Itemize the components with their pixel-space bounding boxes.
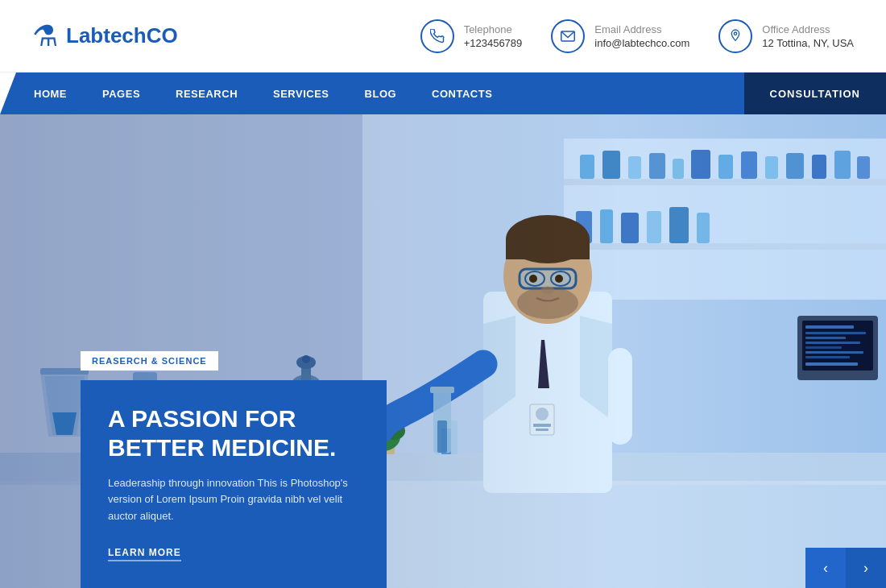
nav-item-services[interactable]: SERVICES <box>255 72 347 114</box>
site-header: ⚗ LabtechCO Telephone +123456789 <box>0 0 886 72</box>
hero-content-box: REASERCH & SCIENCE A PASSION FOR BETTER … <box>81 380 387 588</box>
main-nav: HOME PAGES RESEARCH SERVICES BLOG CONTAC… <box>0 72 886 114</box>
address-label: Office Address <box>762 23 854 35</box>
logo-text-black: Labtech <box>66 23 147 48</box>
contact-phone-text: Telephone +123456789 <box>464 23 523 49</box>
phone-value: +123456789 <box>464 37 523 49</box>
nav-item-contacts[interactable]: CONTACTS <box>414 72 510 114</box>
nav-item-research[interactable]: RESEARCH <box>158 72 255 114</box>
contact-address: Office Address 12 Tottina, NY, USA <box>718 19 854 53</box>
contact-email-text: Email Address info@labtechco.com <box>594 23 689 49</box>
contact-phone: Telephone +123456789 <box>420 19 523 53</box>
consultation-button[interactable]: CONSULTATION <box>744 72 886 114</box>
logo-text: LabtechCO <box>66 23 178 48</box>
slider-navigation: ‹ › <box>805 548 886 588</box>
slider-prev-button[interactable]: ‹ <box>805 548 846 588</box>
svg-point-1 <box>735 32 737 35</box>
slider-next-button[interactable]: › <box>846 548 886 588</box>
email-value: info@labtechco.com <box>594 37 689 49</box>
nav-item-home[interactable]: HOME <box>16 72 85 114</box>
logo-icon: ⚗ <box>32 19 58 53</box>
nav-triangle <box>0 72 16 114</box>
logo[interactable]: ⚗ LabtechCO <box>32 19 178 53</box>
location-icon <box>718 19 752 53</box>
email-icon <box>551 19 585 53</box>
nav-item-blog[interactable]: BLOG <box>347 72 415 114</box>
contact-address-text: Office Address 12 Tottina, NY, USA <box>762 23 854 49</box>
contact-email: Email Address info@labtechco.com <box>551 19 689 53</box>
hero-description: Leaderaship through innovation This is P… <box>108 475 359 525</box>
address-value: 12 Tottina, NY, USA <box>762 37 854 49</box>
nav-item-pages[interactable]: PAGES <box>85 72 158 114</box>
phone-label: Telephone <box>464 23 523 35</box>
hero-section: REASERCH & SCIENCE A PASSION FOR BETTER … <box>0 114 886 588</box>
phone-icon <box>420 19 454 53</box>
email-label: Email Address <box>594 23 689 35</box>
logo-text-blue: CO <box>147 23 178 48</box>
hero-tag: REASERCH & SCIENCE <box>81 351 218 371</box>
contact-info-bar: Telephone +123456789 Email Address info@… <box>420 19 854 53</box>
nav-items: HOME PAGES RESEARCH SERVICES BLOG CONTAC… <box>16 72 744 114</box>
hero-title: A PASSION FOR BETTER MEDICINE. <box>108 404 359 462</box>
hero-cta-button[interactable]: LEARN MORE <box>108 547 181 561</box>
